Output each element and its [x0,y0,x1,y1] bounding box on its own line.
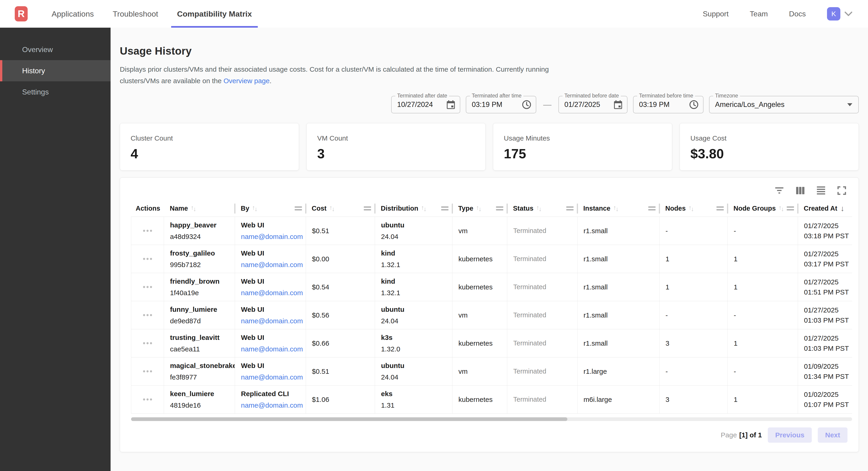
terminated-after-time-label: Terminated after time [470,93,523,99]
avatar[interactable]: K [827,7,840,21]
col-header-by[interactable]: By↑↓ [235,200,306,216]
filter-icon[interactable] [775,186,784,195]
terminated-before-time-value[interactable]: 03:19 PM [639,100,670,109]
col-header-node-groups[interactable]: Node Groups↑↓ [727,200,798,216]
tab-compatibility-matrix[interactable]: Compatibility Matrix [171,0,258,28]
sort-icon[interactable]: ↑↓ [536,205,542,212]
email-link[interactable]: name@domain.com [241,233,306,241]
table-row[interactable]: frosty_galileo995b7182 Web UIname@domain… [131,245,852,273]
column-menu-icon[interactable] [441,206,448,210]
terminated-before-date-field[interactable]: Terminated before date 01/27/2025 [558,96,627,113]
clock-icon[interactable] [522,100,531,109]
column-menu-icon[interactable] [566,206,574,210]
table-row[interactable]: magical_stonebrakerfe3f8977 Web UIname@d… [131,357,852,385]
row-actions-button[interactable] [131,329,164,357]
horizontal-scrollbar[interactable] [131,417,852,421]
sort-icon[interactable]: ↑↓ [329,205,335,212]
row-actions-button[interactable] [131,385,164,413]
column-menu-icon[interactable] [496,206,503,210]
sort-icon[interactable]: ↑↓ [191,205,196,212]
row-actions-button[interactable] [131,217,164,245]
table-toolbar [120,184,859,200]
col-header-status[interactable]: Status↑↓ [507,200,577,216]
instance-cell: r1.large [578,357,659,385]
timezone-select[interactable]: Timezone America/Los_Angeles [709,96,859,113]
calendar-icon[interactable] [446,100,455,109]
overview-page-link[interactable]: Overview page [223,77,270,85]
col-header-instance[interactable]: Instance↑↓ [577,200,659,216]
terminated-before-time-label: Terminated before time [637,93,695,99]
previous-button[interactable]: Previous [768,428,812,443]
cost-cell: $0.66 [306,329,375,357]
sidebar-item-settings[interactable]: Settings [0,81,111,102]
fullscreen-icon[interactable] [837,186,846,195]
stat-cards: Cluster Count 4 VM Count 3 Usage Minutes… [120,123,859,171]
nav-right: Support Team Docs K [703,7,852,21]
stat-value: 3 [317,146,475,161]
terminated-after-time-value[interactable]: 03:19 PM [472,100,502,109]
table-row[interactable]: funny_lumierede9ed87d Web UIname@domain.… [131,301,852,329]
col-header-name[interactable]: Name↑↓ [164,200,235,216]
email-link[interactable]: name@domain.com [241,289,306,297]
clock-icon[interactable] [689,100,699,109]
scrollbar-thumb[interactable] [131,417,567,421]
terminated-before-date-value[interactable]: 01/27/2025 [564,100,600,109]
team-link[interactable]: Team [750,10,768,18]
sort-icon[interactable]: ↑↓ [252,205,257,212]
table-row[interactable]: trusting_leavittcae5ea11 Web UIname@doma… [131,329,852,357]
account-menu[interactable]: K [827,7,852,21]
column-menu-icon[interactable] [716,206,724,210]
sort-desc-icon[interactable]: ↓ [841,204,844,213]
table-row[interactable]: friendly_brown1f40a19e Web UIname@domain… [131,273,852,301]
row-actions-button[interactable] [131,273,164,301]
sidebar-item-overview[interactable]: Overview [0,39,111,60]
terminated-after-time-field[interactable]: Terminated after time 03:19 PM [466,96,536,113]
sort-icon[interactable]: ↑↓ [421,205,427,212]
sort-icon[interactable]: ↑↓ [476,205,482,212]
sort-icon[interactable]: ↑↓ [613,205,619,212]
timezone-value[interactable]: America/Los_Angeles [715,100,785,109]
type-cell: kubernetes [453,329,507,357]
date-range-dash: — [543,100,552,110]
replicated-logo[interactable]: R [15,6,28,22]
terminated-after-date-value[interactable]: 10/27/2024 [397,100,433,109]
next-button[interactable]: Next [818,428,847,443]
email-link[interactable]: name@domain.com [241,317,306,325]
terminated-before-time-field[interactable]: Terminated before time 03:19 PM [633,96,704,113]
name-cell: frosty_galileo995b7182 [164,245,235,273]
page-description: Displays prior clusters/VMs and their as… [120,64,859,87]
distribution-cell: k3s1.32.0 [375,329,453,357]
sidebar-item-history[interactable]: History [0,60,111,81]
docs-link[interactable]: Docs [789,10,806,18]
row-actions-button[interactable] [131,245,164,273]
support-link[interactable]: Support [703,10,728,18]
column-menu-icon[interactable] [787,206,794,210]
sort-icon[interactable]: ↑↓ [688,205,694,212]
row-actions-button[interactable] [131,357,164,385]
type-cell: kubernetes [453,273,507,301]
email-link[interactable]: name@domain.com [241,402,306,409]
calendar-icon[interactable] [614,100,622,109]
tab-troubleshoot[interactable]: Troubleshoot [107,0,164,28]
row-actions-button[interactable] [131,301,164,329]
col-header-cost[interactable]: Cost↑↓ [306,200,375,216]
col-header-nodes[interactable]: Nodes↑↓ [659,200,727,216]
terminated-after-date-field[interactable]: Terminated after date 10/27/2024 [391,96,460,113]
email-link[interactable]: name@domain.com [241,373,306,381]
vm-count-card: VM Count 3 [306,123,486,171]
column-menu-icon[interactable] [648,206,656,210]
col-header-created-at[interactable]: Created At↓ [798,200,852,216]
table-row[interactable]: happy_beavera48d9324 Web UIname@domain.c… [131,217,852,245]
email-link[interactable]: name@domain.com [241,345,306,353]
col-header-distribution[interactable]: Distribution↑↓ [375,200,452,216]
column-menu-icon[interactable] [364,206,371,210]
density-icon[interactable] [817,186,826,195]
column-menu-icon[interactable] [294,206,302,210]
tab-applications[interactable]: Applications [45,0,100,28]
table-row[interactable]: keen_lumiere4819de16 Replicated CLIname@… [131,385,852,414]
col-header-type[interactable]: Type↑↓ [452,200,507,216]
sort-icon[interactable]: ↑↓ [779,205,784,212]
email-link[interactable]: name@domain.com [241,261,306,269]
table-body: happy_beavera48d9324 Web UIname@domain.c… [131,217,852,414]
columns-icon[interactable] [796,186,805,195]
